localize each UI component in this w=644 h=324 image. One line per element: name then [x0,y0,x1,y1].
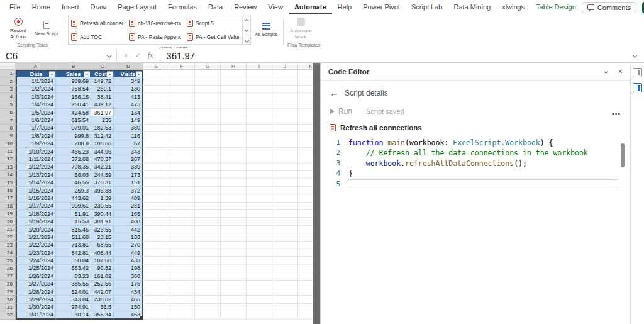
cell-blank[interactable] [221,210,247,218]
all-scripts-button[interactable]: All Scripts [253,21,279,40]
cell-B16[interactable]: 259.3 [56,187,91,194]
cell-A21[interactable]: 1/20/2024 [16,226,56,233]
row-header-25[interactable]: 25 [0,257,16,264]
cell-blank[interactable] [143,226,169,233]
cell-blank[interactable] [169,210,195,218]
row-header-9[interactable]: 9 [0,132,16,140]
cell-blank[interactable] [195,70,221,77]
cell-C28[interactable]: 252.56 [91,281,114,288]
cell-blank[interactable] [298,272,313,280]
tab-page-layout[interactable]: Page Layout [112,0,162,14]
cell-D16[interactable]: 372 [114,187,143,194]
cell-B19[interactable]: 51.91 [56,210,91,218]
cell-blank[interactable] [298,311,313,319]
cell-blank[interactable] [247,179,272,186]
cell-B31[interactable]: 974.91 [56,304,91,311]
back-arrow-icon[interactable]: ← [330,88,338,98]
more-options-button[interactable]: … [611,106,621,116]
cell-blank[interactable] [298,194,313,202]
cell-B20[interactable]: 15.53 [56,218,91,225]
formula-input[interactable]: 361.97 [160,50,633,61]
cell-A26[interactable]: 1/25/2024 [16,265,56,272]
cell-blank[interactable] [298,86,313,93]
row-header-2[interactable]: 2 [0,77,16,85]
cell-blank[interactable] [272,101,298,109]
tab-xlwings[interactable]: xlwings [496,0,530,14]
cell-C9[interactable]: 312.42 [91,132,114,140]
cell-D11[interactable]: 343 [114,148,143,155]
cell-blank[interactable] [221,125,247,132]
column-header-c[interactable]: C [91,63,114,70]
cell-blank[interactable] [272,233,298,241]
cell-C26[interactable]: 90.82 [91,265,114,272]
cell-blank[interactable] [221,77,247,85]
script-details-label[interactable]: Script details [345,89,388,98]
cell-blank[interactable] [247,210,272,218]
cell-blank[interactable] [247,187,272,194]
cell-blank[interactable] [221,93,247,101]
cell-blank[interactable] [169,171,195,179]
name-box-chevron-icon[interactable] [107,53,111,57]
cell-blank[interactable] [195,132,221,140]
cell-blank[interactable] [195,109,221,116]
filter-icon[interactable]: ▼ [136,71,142,77]
cell-blank[interactable] [247,304,272,311]
code-line-4[interactable]: 4} [326,169,630,179]
cell-C19[interactable]: 390.44 [91,210,114,218]
cell-B23[interactable]: 713.81 [56,242,91,249]
cell-C4[interactable]: 38.41 [91,93,114,101]
cell-blank[interactable] [247,93,272,101]
cell-blank[interactable] [169,86,195,93]
cell-B8[interactable]: 979.01 [56,125,91,132]
cell-blank[interactable] [195,281,221,288]
cell-blank[interactable] [143,155,169,163]
tab-review[interactable]: Review [228,0,262,14]
cell-B7[interactable]: 615.54 [56,116,91,124]
cell-blank[interactable] [169,179,195,186]
row-header-27[interactable]: 27 [0,272,16,280]
cell-B21[interactable]: 815.46 [56,226,91,233]
cancel-icon[interactable]: × [124,52,128,59]
cell-blank[interactable] [298,210,313,218]
cell-D14[interactable]: 173 [114,171,143,179]
cell-D17[interactable]: 409 [114,194,143,202]
comments-button[interactable]: Comments [582,2,636,13]
cell-blank[interactable] [143,132,169,140]
cell-blank[interactable] [169,257,195,264]
row-header-23[interactable]: 23 [0,242,16,249]
cell-blank[interactable] [195,265,221,272]
cell-D27[interactable]: 360 [114,272,143,280]
cell-blank[interactable] [195,148,221,155]
cell-blank[interactable] [221,311,247,319]
cell-blank[interactable] [195,233,221,241]
cell-blank[interactable] [247,77,272,85]
cell-A8[interactable]: 1/7/2024 [16,125,56,132]
cell-blank[interactable] [221,233,247,241]
cell-blank[interactable] [169,116,195,124]
code-line-3[interactable]: 3 workbook.refreshAllDataConnections(); [326,159,630,169]
script-item-ch-116-remove-rows-a[interactable]: ch-116-remove-rows-a... [126,16,184,30]
script-item-script-5[interactable]: Script 5 [184,16,242,30]
cell-B13[interactable]: 708.35 [56,164,91,171]
cell-blank[interactable] [247,132,272,140]
cell-D28[interactable]: 176 [114,281,143,288]
cell-blank[interactable] [169,132,195,140]
cell-C14[interactable]: 244.59 [91,171,114,179]
cell-blank[interactable] [169,242,195,249]
cell-blank[interactable] [195,210,221,218]
row-header-1[interactable]: 1 [0,70,16,77]
cell-blank[interactable] [195,272,221,280]
cell-blank[interactable] [221,249,247,257]
cell-B6[interactable]: 424.58 [56,109,91,116]
cell-blank[interactable] [221,226,247,233]
cell-blank[interactable] [221,70,247,77]
cell-blank[interactable] [247,125,272,132]
cell-blank[interactable] [143,93,169,101]
row-header-29[interactable]: 29 [0,288,16,296]
tab-view[interactable]: View [262,0,289,14]
cell-blank[interactable] [247,203,272,210]
cell-blank[interactable] [272,187,298,194]
script-item-add-toc[interactable]: Add TOC [69,30,126,44]
cell-blank[interactable] [247,242,272,249]
cell-blank[interactable] [272,304,298,311]
